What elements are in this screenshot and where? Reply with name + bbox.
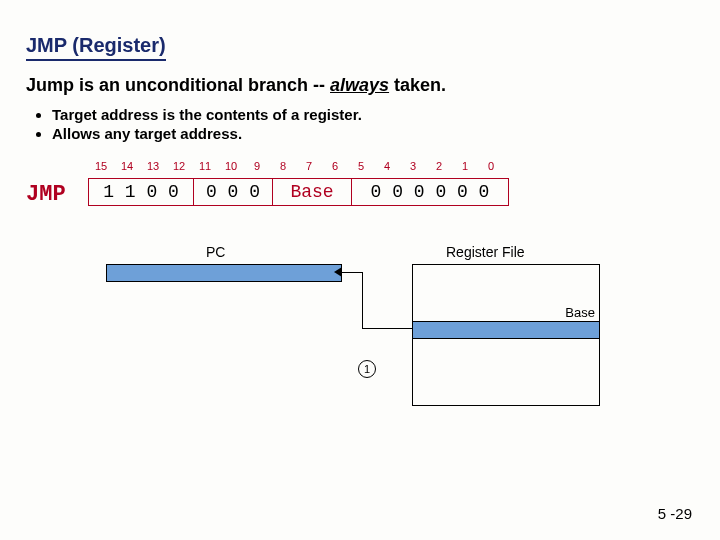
enc-field-zero3: 0 0 0 bbox=[194, 179, 273, 206]
subtitle: Jump is an unconditional branch -- alway… bbox=[26, 75, 694, 96]
bit-index: 8 bbox=[270, 160, 296, 172]
register-file-label: Register File bbox=[446, 244, 525, 260]
register-file-base-row bbox=[413, 321, 599, 339]
bit-index: 15 bbox=[88, 160, 114, 172]
bit-index: 7 bbox=[296, 160, 322, 172]
enc-field-opcode: 1 1 0 0 bbox=[89, 179, 194, 206]
bit-index: 3 bbox=[400, 160, 426, 172]
enc-field-zero6: 0 0 0 0 0 0 bbox=[352, 179, 509, 206]
datapath-diagram: PC Register File Base 1 bbox=[106, 244, 626, 444]
subtitle-pre: Jump is an unconditional branch -- bbox=[26, 75, 330, 95]
wire bbox=[362, 272, 363, 328]
pc-register bbox=[106, 264, 342, 282]
bit-index: 2 bbox=[426, 160, 452, 172]
arrowhead-icon bbox=[334, 267, 342, 277]
bullet-item: Target address is the contents of a regi… bbox=[52, 106, 694, 123]
mnemonic: JMP bbox=[26, 182, 66, 207]
pc-label: PC bbox=[206, 244, 225, 260]
bit-index: 5 bbox=[348, 160, 374, 172]
bit-index: 0 bbox=[478, 160, 504, 172]
page-number: 5 -29 bbox=[658, 505, 692, 522]
enc-field-base: Base bbox=[273, 179, 352, 206]
bit-index: 14 bbox=[114, 160, 140, 172]
encoding-table: 1 1 0 0 0 0 0 Base 0 0 0 0 0 0 bbox=[88, 178, 509, 206]
subtitle-post: taken. bbox=[389, 75, 446, 95]
subtitle-emph: always bbox=[330, 75, 389, 95]
step-badge: 1 bbox=[358, 360, 376, 378]
bit-index: 6 bbox=[322, 160, 348, 172]
wire bbox=[362, 328, 412, 329]
slide-title: JMP (Register) bbox=[26, 34, 166, 61]
bit-index: 12 bbox=[166, 160, 192, 172]
bit-index: 13 bbox=[140, 160, 166, 172]
instruction-encoding: JMP 15 14 13 12 11 10 9 8 7 6 5 4 3 2 1 … bbox=[26, 160, 694, 220]
bit-index: 11 bbox=[192, 160, 218, 172]
bullet-list: Target address is the contents of a regi… bbox=[52, 106, 694, 142]
bullet-item: Allows any target address. bbox=[52, 125, 694, 142]
bit-index: 9 bbox=[244, 160, 270, 172]
bit-index: 10 bbox=[218, 160, 244, 172]
bit-index: 4 bbox=[374, 160, 400, 172]
register-file: Base bbox=[412, 264, 600, 406]
register-file-base-label: Base bbox=[565, 305, 595, 320]
wire bbox=[340, 272, 362, 273]
bit-index: 1 bbox=[452, 160, 478, 172]
